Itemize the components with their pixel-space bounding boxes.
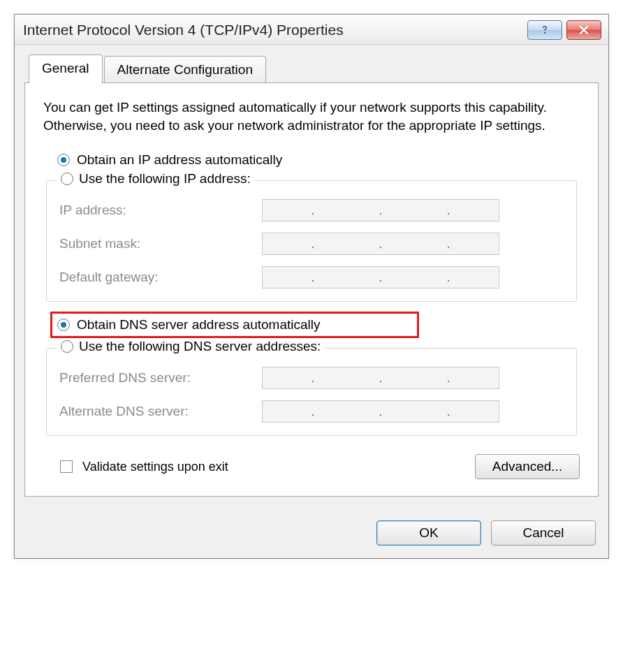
ip-manual-label: Use the following IP address: [79,171,251,187]
ip-auto-row[interactable]: Obtain an IP address automatically [57,152,580,168]
preferred-dns-row: Preferred DNS server: ... [59,367,564,389]
advanced-button[interactable]: Advanced... [475,454,580,479]
dns-auto-label: Obtain DNS server address automatically [77,317,320,333]
default-gateway-row: Default gateway: ... [59,266,564,288]
ip-auto-radio[interactable] [57,154,70,166]
ip-address-input: ... [262,199,499,221]
alternate-dns-row: Alternate DNS server: ... [59,400,564,423]
ok-button[interactable]: OK [376,520,481,546]
tabpanel-general: You can get IP settings assigned automat… [24,82,599,497]
description-text: You can get IP settings assigned automat… [43,98,580,134]
dns-auto-radio[interactable] [57,319,70,331]
subnet-mask-row: Subnet mask: ... [59,233,564,255]
dialog: Internet Protocol Version 4 (TCP/IPv4) P… [14,14,609,559]
default-gateway-label: Default gateway: [59,270,262,285]
close-icon [579,25,589,35]
default-gateway-input: ... [262,266,499,288]
tabstrip: General Alternate Configuration [24,54,599,83]
ip-manual-legend[interactable]: Use the following IP address: [57,171,255,187]
alternate-dns-input: ... [262,400,499,423]
dns-manual-legend[interactable]: Use the following DNS server addresses: [57,339,325,354]
dns-manual-radio[interactable] [61,340,73,353]
preferred-dns-label: Preferred DNS server: [59,370,262,386]
ip-address-row: IP address: ... [59,199,564,221]
footer-row: Validate settings upon exit Advanced... [43,454,580,479]
tab-alternate[interactable]: Alternate Configuration [104,56,266,83]
preferred-dns-input: ... [262,367,499,389]
ip-auto-label: Obtain an IP address automatically [77,152,282,168]
dns-auto-row[interactable]: Obtain DNS server address automatically [54,314,580,335]
dns-manual-label: Use the following DNS server addresses: [79,339,321,354]
dialog-title: Internet Protocol Version 4 (TCP/IPv4) P… [23,22,523,38]
validate-label: Validate settings upon exit [82,460,228,474]
ip-address-label: IP address: [59,203,262,218]
subnet-mask-input: ... [262,233,499,255]
subnet-mask-label: Subnet mask: [59,236,262,251]
dns-manual-group: Use the following DNS server addresses: … [46,348,577,436]
cancel-button[interactable]: Cancel [491,520,596,546]
help-icon [539,24,550,36]
ip-manual-group: Use the following IP address: IP address… [46,180,577,302]
close-button[interactable] [566,20,601,40]
dialog-content: General Alternate Configuration You can … [15,45,608,509]
help-button[interactable] [527,20,562,40]
validate-checkbox[interactable] [60,460,73,473]
tab-general[interactable]: General [29,54,103,83]
dialog-buttons: OK Cancel [15,509,608,558]
titlebar: Internet Protocol Version 4 (TCP/IPv4) P… [15,15,608,45]
alternate-dns-label: Alternate DNS server: [59,404,262,419]
ip-manual-radio[interactable] [61,173,73,185]
